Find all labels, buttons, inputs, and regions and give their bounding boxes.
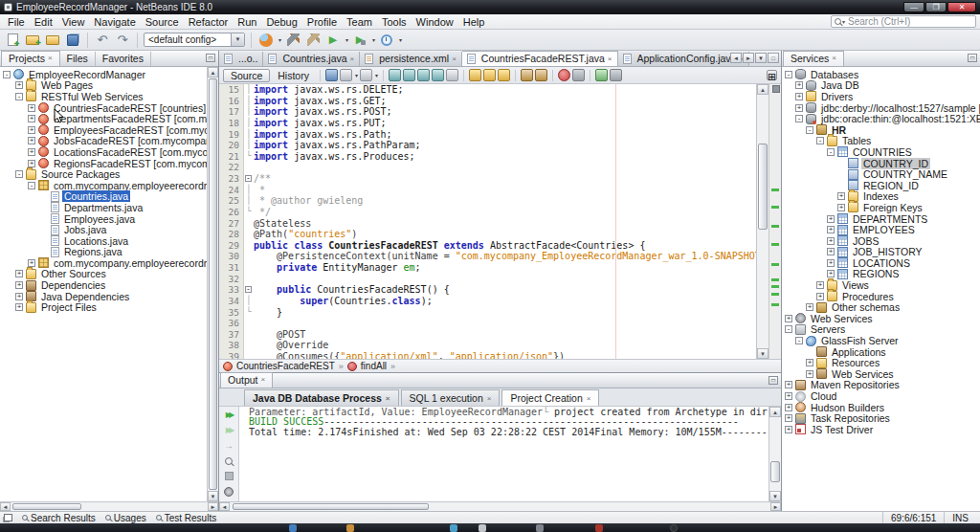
fold-icon[interactable]: - — [245, 286, 252, 293]
code-line-20[interactable]: 20│import javax.ws.rs.PathParam; — [219, 140, 756, 151]
expander-icon[interactable]: - — [827, 148, 835, 156]
projects-vscrollbar[interactable]: ▲ ▼ — [207, 67, 218, 501]
stop-build-button[interactable] — [222, 470, 236, 482]
tree-item-web-services[interactable]: +Web Services — [782, 313, 980, 324]
run-dropdown-icon[interactable]: ▾ — [345, 36, 348, 43]
code-area[interactable]: 15│import javax.ws.rs.DELETE;16│import j… — [219, 84, 756, 359]
tree-item-countries-java[interactable]: +Countries.java — [0, 191, 207, 203]
tree-item-task-repositories[interactable]: +Task Repositories — [782, 412, 980, 424]
tree-item-employeesfacaderest-com-mycompany-employ[interactable]: +EmployeesFacadeREST [com.mycompany.empl… — [0, 124, 207, 136]
menu-team[interactable]: Team — [342, 15, 377, 29]
stripe-menu-icon[interactable] — [772, 85, 780, 93]
close-tab-icon[interactable]: × — [608, 55, 612, 63]
change-mark[interactable] — [771, 206, 779, 209]
tree-item-js-test-driver[interactable]: +JS Test Driver — [782, 424, 980, 435]
menu-file[interactable]: File — [3, 15, 30, 29]
history-view-button[interactable]: History — [272, 70, 315, 81]
breadcrumb-item[interactable]: findAll — [361, 361, 387, 371]
profile-dropdown-icon[interactable]: ▾ — [399, 36, 402, 43]
expander-icon[interactable]: - — [795, 115, 803, 122]
expander-icon[interactable]: + — [28, 126, 35, 134]
expander-icon[interactable]: + — [28, 115, 35, 122]
code-line-15[interactable]: 15│import javax.ws.rs.DELETE; — [219, 84, 756, 96]
tree-item-indexes[interactable]: +Indexes — [782, 191, 980, 203]
output-scroll-right-icon[interactable]: ► — [770, 502, 781, 511]
macro-stop-icon[interactable] — [572, 69, 585, 81]
tree-item-com-mycompany-employeerecordmanager[interactable]: -com.mycompany.employeerecordmanager — [0, 180, 207, 191]
uncomment-icon[interactable] — [610, 69, 622, 81]
tree-item-java-db[interactable]: +Java DB — [782, 80, 980, 92]
menu-debug[interactable]: Debug — [261, 15, 301, 29]
forward-icon[interactable] — [360, 69, 372, 81]
code-line-30[interactable]: 30 @PersistenceContext(unitName = "com.m… — [219, 251, 756, 262]
editor-tab-persistence-xml[interactable]: persistence.xml× — [360, 52, 462, 66]
statusbar-usages[interactable]: Usages — [105, 513, 146, 523]
expander-icon[interactable]: - — [3, 71, 11, 78]
tree-item-regions[interactable]: +REGIONS — [782, 269, 980, 280]
close-tab-icon[interactable]: × — [350, 55, 355, 63]
expander-icon[interactable]: + — [827, 270, 835, 277]
expander-icon[interactable]: + — [15, 293, 23, 300]
change-mark[interactable] — [771, 225, 779, 228]
tree-item-employees-java[interactable]: +Employees.java — [0, 213, 207, 225]
code-line-38[interactable]: 38 @Override — [219, 340, 756, 351]
tree-item-hudson-builders[interactable]: +Hudson Builders — [782, 402, 980, 413]
previous-bookmark-icon[interactable] — [469, 69, 481, 81]
tree-item-region-id[interactable]: +REGION_ID — [782, 180, 980, 191]
split-editor-icon[interactable]: ⊞ — [767, 70, 777, 80]
expander-icon[interactable]: + — [785, 392, 792, 400]
debug-dropdown-icon[interactable]: ▾ — [372, 36, 375, 43]
tree-item-countries[interactable]: -COUNTRIES — [782, 146, 980, 158]
expander-icon[interactable]: + — [28, 259, 35, 267]
editor-tab-countriesfacaderest-java[interactable]: CountriesFacadeREST.java× — [462, 51, 618, 66]
restore-button[interactable]: ❐ — [925, 2, 947, 12]
code-editor[interactable]: 15│import javax.ws.rs.DELETE;16│import j… — [219, 84, 781, 359]
code-line-24[interactable]: 24│ * — [219, 185, 756, 196]
code-line-28[interactable]: 28@Path("countries") — [219, 229, 756, 240]
tree-item-other-sources[interactable]: +Other Sources — [0, 269, 207, 280]
shift-right-icon[interactable] — [535, 69, 547, 81]
output-tab-project-creation[interactable]: Project Creation× — [501, 389, 599, 406]
open-project-button[interactable] — [44, 32, 61, 48]
change-mark[interactable] — [771, 263, 779, 266]
expander-icon[interactable]: - — [816, 137, 824, 144]
tree-item-employees[interactable]: +EMPLOYEES — [782, 224, 980, 235]
search-dropdown-icon[interactable]: ▾ — [842, 18, 845, 25]
rerun-build-button[interactable]: ▶▶ — [222, 409, 236, 421]
close-tab-icon[interactable]: × — [832, 55, 836, 62]
output-scroll-down-icon[interactable]: ▼ — [769, 491, 781, 501]
expander-icon[interactable]: - — [785, 325, 792, 333]
undo-button[interactable]: ↶ — [94, 32, 111, 48]
select-in-projects-icon[interactable] — [446, 69, 458, 81]
statusbar-search-results[interactable]: Search Results — [22, 513, 96, 523]
menu-view[interactable]: View — [57, 15, 90, 29]
menu-refactor[interactable]: Refactor — [184, 15, 234, 29]
change-mark[interactable] — [771, 278, 779, 281]
code-line-37[interactable]: 37 @POST — [219, 329, 756, 341]
find-next-icon[interactable] — [403, 69, 415, 81]
scroll-down-icon[interactable]: ▼ — [208, 491, 218, 501]
tree-item-locationsfacaderest-com-mycompany-employ[interactable]: +LocationsFacadeREST [com.mycompany.empl… — [0, 146, 207, 158]
tree-item-country-id[interactable]: +COUNTRY_ID — [782, 158, 980, 169]
expander-icon[interactable]: + — [15, 270, 23, 277]
expander-icon[interactable]: + — [827, 259, 835, 267]
code-line-39[interactable]: 39 @Consumes({"application/xml", "applic… — [219, 351, 756, 359]
new-file-button[interactable] — [4, 32, 21, 48]
expander-icon[interactable]: + — [795, 93, 803, 100]
tree-item-resources[interactable]: +Resources — [782, 357, 980, 368]
tree-item-foreign-keys[interactable]: +Foreign Keys — [782, 202, 980, 213]
browser-button[interactable] — [257, 32, 275, 48]
browser-dropdown-icon[interactable]: ▾ — [278, 36, 281, 43]
next-bookmark-icon[interactable] — [483, 69, 496, 81]
breadcrumb-item[interactable]: CountriesFacadeREST — [236, 361, 335, 371]
minimize-panel-icon[interactable]: ▭ — [768, 376, 778, 385]
minimize-panel-icon[interactable]: ▭ — [206, 54, 215, 62]
expander-icon[interactable]: + — [785, 404, 792, 411]
expander-icon[interactable]: + — [806, 370, 813, 378]
code-line-31[interactable]: 31 private EntityManager em; — [219, 262, 756, 274]
debug-project-button[interactable]: ▶ — [351, 32, 368, 48]
menu-source[interactable]: Source — [141, 15, 184, 29]
change-mark[interactable] — [771, 188, 779, 191]
tab-list-button[interactable]: ▼ — [755, 53, 767, 63]
editor-tab-countries-java[interactable]: Countries.java× — [263, 52, 360, 66]
